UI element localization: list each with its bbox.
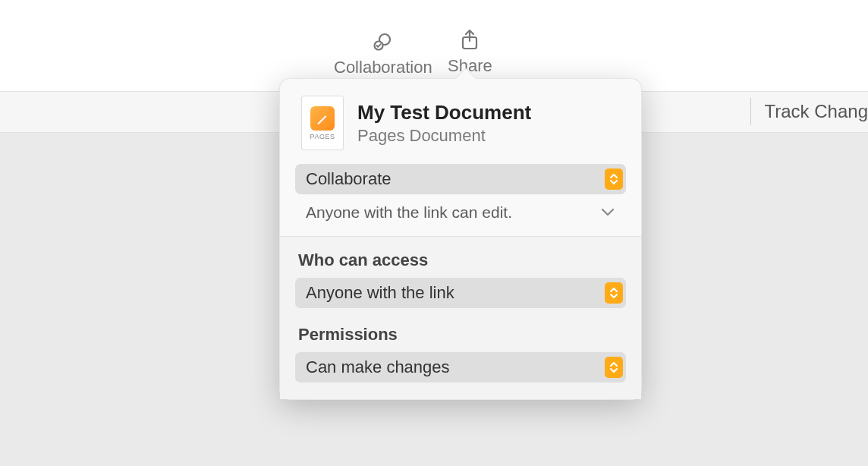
permissions-selector[interactable]: Can make changes bbox=[295, 352, 626, 383]
who-can-access-block: Who can access Anyone with the link bbox=[295, 250, 626, 308]
doc-icon-caption: PAGES bbox=[310, 133, 335, 140]
collaboration-button[interactable]: Collaboration bbox=[334, 30, 432, 77]
collaboration-icon bbox=[372, 30, 395, 53]
permissions-block: Permissions Can make changes bbox=[295, 325, 626, 383]
share-popover: PAGES My Test Document Pages Document Co… bbox=[279, 78, 642, 400]
permissions-heading: Permissions bbox=[298, 325, 626, 345]
who-can-access-selector[interactable]: Anyone with the link bbox=[295, 278, 626, 308]
share-icon bbox=[458, 29, 481, 52]
popover-arrow bbox=[454, 68, 476, 79]
share-mode-description: Anyone with the link can edit. bbox=[306, 202, 512, 222]
share-mode-selector[interactable]: Collaborate bbox=[295, 164, 626, 194]
up-down-stepper-icon bbox=[605, 282, 623, 304]
popover-header: PAGES My Test Document Pages Document bbox=[280, 79, 641, 164]
share-mode-disclosure[interactable]: Anyone with the link can edit. bbox=[295, 194, 626, 222]
pages-document-icon: PAGES bbox=[301, 96, 344, 150]
document-title: My Test Document bbox=[357, 101, 624, 124]
app-toolbar: Collaboration Share bbox=[0, 0, 868, 91]
up-down-stepper-icon bbox=[605, 357, 623, 378]
track-changes-label[interactable]: Track Chang bbox=[750, 98, 869, 125]
permissions-value: Can make changes bbox=[306, 357, 450, 377]
who-can-access-heading: Who can access bbox=[298, 250, 626, 270]
document-type: Pages Document bbox=[357, 126, 624, 146]
who-can-access-value: Anyone with the link bbox=[306, 283, 454, 303]
chevron-down-icon bbox=[600, 206, 615, 219]
pages-app-glyph bbox=[310, 106, 335, 131]
share-mode-value: Collaborate bbox=[306, 169, 392, 189]
share-permissions-section: Who can access Anyone with the link Perm… bbox=[280, 237, 641, 399]
up-down-stepper-icon bbox=[605, 168, 623, 190]
share-mode-section: Collaborate Anyone with the link can edi… bbox=[280, 164, 641, 237]
collaboration-label: Collaboration bbox=[334, 58, 432, 77]
